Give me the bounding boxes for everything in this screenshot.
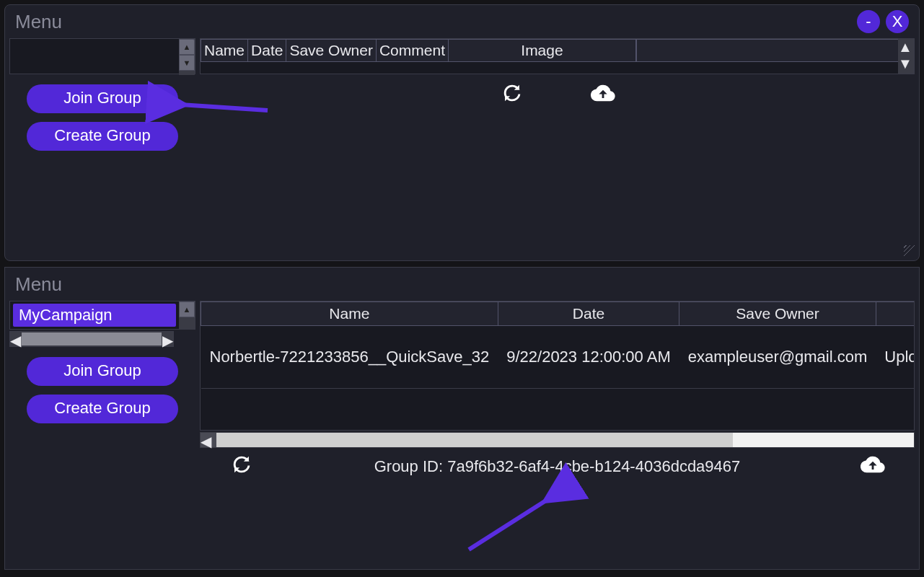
close-button[interactable]: X [886, 10, 909, 33]
group-list: MyCampaign ▲ [9, 301, 195, 330]
scroll-up-icon[interactable]: ▲ [179, 301, 195, 317]
group-item-mycampaign[interactable]: MyCampaign [13, 304, 176, 327]
group-list-scrollbar[interactable]: ▲ ▼ [179, 39, 195, 75]
join-group-button[interactable]: Join Group [27, 357, 178, 386]
scroll-left-icon[interactable]: ◀ [201, 433, 216, 447]
saves-panel: Name Date Save Owner Comment Image ▲ ▼ [200, 38, 915, 151]
refresh-icon [500, 81, 524, 109]
table-row[interactable]: Norbertle-7221233856__QuickSave_32 9/22/… [201, 326, 915, 389]
group-list-empty [10, 39, 179, 74]
col-comment[interactable]: C [876, 302, 914, 326]
titlebar: Menu [5, 268, 919, 301]
scroll-down-icon[interactable]: ▼ [179, 55, 195, 71]
titlebar: Menu - X [5, 5, 919, 38]
sidebar: ▲ ▼ Join Group Create Group [9, 38, 195, 151]
minimize-button[interactable]: - [857, 10, 880, 33]
cloud-upload-icon [861, 452, 885, 481]
refresh-button[interactable] [229, 454, 255, 480]
resize-grip[interactable] [904, 245, 917, 258]
hscroll-track[interactable] [216, 433, 914, 447]
scroll-right-icon[interactable]: ▶ [162, 332, 173, 346]
saves-panel: Name Date Save Owner C Norbertle-7221233… [200, 301, 915, 480]
upload-button[interactable] [860, 454, 886, 480]
scroll-up-icon[interactable]: ▲ [179, 39, 195, 55]
group-list-hscrollbar[interactable]: ◀ ▶ [9, 331, 174, 347]
svg-line-1 [469, 499, 548, 550]
hscroll-thumb[interactable] [216, 433, 733, 447]
annotation-arrow [454, 492, 570, 560]
col-date[interactable]: Date [248, 40, 286, 62]
col-image[interactable]: Image [448, 40, 635, 62]
hscroll-track[interactable] [22, 332, 162, 345]
main-window-empty: Menu - X ▲ ▼ Join Group Create Group [4, 4, 920, 261]
main-window-populated: Menu MyCampaign ▲ ◀ ▶ Join Group Create … [4, 267, 920, 570]
col-name[interactable]: Name [201, 302, 498, 326]
scroll-down-icon[interactable]: ▼ [898, 56, 914, 72]
saves-header-row: Name Date Save Owner Comment Image [201, 40, 899, 62]
sidebar: MyCampaign ▲ ◀ ▶ Join Group Create Group [9, 301, 195, 480]
menu-label[interactable]: Menu [15, 11, 62, 33]
scroll-left-icon[interactable]: ◀ [10, 332, 21, 346]
join-group-button[interactable]: Join Group [27, 84, 178, 113]
status-row: Group ID: 7a9f6b32-6af4-4cbe-b124-4036dc… [200, 448, 915, 480]
saves-table: Name Date Save Owner C Norbertle-7221233… [201, 301, 914, 389]
group-list: ▲ ▼ [9, 38, 195, 74]
col-save-owner[interactable]: Save Owner [679, 302, 876, 326]
saves-vscrollbar[interactable]: ▲ ▼ [898, 39, 914, 74]
col-save-owner[interactable]: Save Owner [286, 40, 377, 62]
create-group-button[interactable]: Create Group [27, 395, 178, 423]
saves-table: Name Date Save Owner Comment Image [201, 39, 898, 62]
scroll-up-icon[interactable]: ▲ [898, 39, 914, 56]
refresh-button[interactable] [499, 82, 525, 107]
col-name[interactable]: Name [201, 40, 248, 62]
saves-table-container: Name Date Save Owner Comment Image ▲ ▼ [200, 38, 915, 74]
create-group-button[interactable]: Create Group [27, 122, 178, 151]
col-comment[interactable]: Comment [376, 40, 448, 62]
menu-label[interactable]: Menu [15, 273, 62, 296]
cell-name: Norbertle-7221233856__QuickSave_32 [201, 326, 498, 389]
upload-button[interactable] [590, 82, 616, 107]
cell-comment: Uploaded on: [876, 326, 914, 389]
saves-header-row: Name Date Save Owner C [201, 302, 915, 326]
cell-date: 9/22/2023 12:00:00 AM [498, 326, 679, 389]
saves-table-container: Name Date Save Owner C Norbertle-7221233… [200, 301, 915, 431]
cell-owner: exampleuser@gmail.com [679, 326, 876, 389]
action-row [200, 74, 915, 115]
group-id-label: Group ID: 7a9f6b32-6af4-4cbe-b124-4036dc… [283, 457, 831, 476]
group-list-scrollbar[interactable]: ▲ [179, 301, 195, 329]
hscroll-thumb-light[interactable] [733, 433, 914, 447]
saves-hscrollbar[interactable]: ◀ [200, 432, 915, 448]
col-date[interactable]: Date [498, 302, 679, 326]
refresh-icon [229, 452, 254, 481]
col-extra[interactable] [636, 40, 898, 62]
cloud-upload-icon [591, 81, 615, 109]
